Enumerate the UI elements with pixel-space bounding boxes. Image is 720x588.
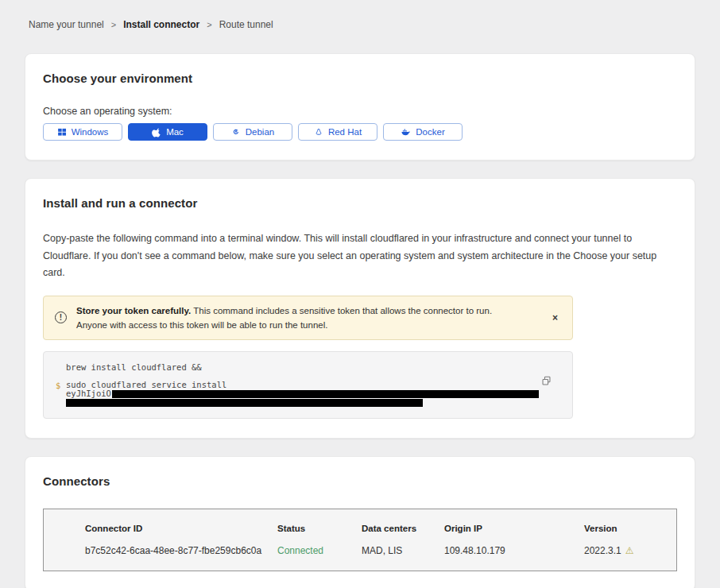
column-header-data-centers: Data centers bbox=[362, 524, 444, 533]
install-connector-card: Install and run a connector Copy-paste t… bbox=[25, 178, 695, 439]
version-number: 2022.3.1 bbox=[584, 545, 621, 556]
connectors-table: Connector ID Status Data centers Origin … bbox=[43, 509, 677, 571]
code-line-install: sudo cloudflared service install bbox=[66, 381, 539, 389]
redacted-token-bar bbox=[66, 399, 423, 407]
token-prefix: eyJhIjoiO bbox=[66, 389, 111, 398]
page-content: Choose your environment Choose an operat… bbox=[25, 53, 695, 588]
install-card-title: Install and run a connector bbox=[43, 196, 677, 210]
version-value: 2022.3.1 ⚠ bbox=[584, 545, 668, 556]
install-description: Copy-paste the following command into a … bbox=[43, 230, 677, 282]
os-button-label: Windows bbox=[72, 127, 109, 137]
code-line-brew: brew install cloudflared && bbox=[56, 362, 559, 372]
shell-prompt: $ bbox=[56, 381, 66, 407]
os-button-label: Docker bbox=[416, 127, 444, 137]
connectors-card: Connectors Connector ID Status Data cent… bbox=[25, 456, 695, 588]
connectors-card-title: Connectors bbox=[43, 474, 677, 488]
breadcrumb-name-your-tunnel[interactable]: Name your tunnel bbox=[29, 19, 104, 30]
connector-id-value: b7c52c42-6caa-48ee-8c77-fbe259cb6c0a bbox=[85, 545, 277, 556]
status-badge: Connected bbox=[277, 545, 362, 556]
column-header-origin-ip: Origin IP bbox=[444, 524, 584, 533]
windows-logo-icon bbox=[57, 127, 67, 137]
os-button-debian[interactable]: Debian bbox=[213, 123, 292, 141]
apple-logo-icon bbox=[152, 127, 161, 137]
redacted-token-bar bbox=[112, 390, 539, 398]
os-button-windows[interactable]: Windows bbox=[43, 123, 122, 141]
column-header-connector-id: Connector ID bbox=[85, 524, 277, 533]
breadcrumb-separator: > bbox=[207, 20, 211, 29]
warning-title: Store your token carefully. bbox=[76, 306, 191, 315]
os-button-redhat[interactable]: Red Hat bbox=[298, 123, 377, 141]
breadcrumb-route-tunnel[interactable]: Route tunnel bbox=[219, 19, 273, 30]
breadcrumb-separator: > bbox=[111, 20, 116, 29]
os-button-label: Mac bbox=[166, 127, 184, 137]
os-button-mac[interactable]: Mac bbox=[128, 123, 207, 141]
install-command-codeblock: brew install cloudflared && $ sudo cloud… bbox=[43, 351, 573, 419]
breadcrumb-install-connector[interactable]: Install connector bbox=[123, 19, 199, 30]
choose-environment-card: Choose your environment Choose an operat… bbox=[25, 53, 695, 161]
warning-text: Store your token carefully. This command… bbox=[76, 304, 521, 333]
os-select-label: Choose an operating system: bbox=[43, 106, 677, 117]
debian-logo-icon bbox=[231, 127, 241, 137]
code-line-token: eyJhIjoiO bbox=[66, 389, 539, 398]
code-line-token-continued bbox=[66, 398, 539, 407]
code-command-group: $ sudo cloudflared service install eyJhI… bbox=[56, 381, 559, 407]
close-icon[interactable]: × bbox=[549, 311, 561, 325]
alert-circle-icon: ! bbox=[55, 311, 67, 323]
breadcrumb: Name your tunnel > Install connector > R… bbox=[0, 0, 720, 30]
version-warning-icon[interactable]: ⚠ bbox=[625, 545, 634, 556]
column-header-status: Status bbox=[277, 524, 362, 533]
data-centers-value: MAD, LIS bbox=[362, 545, 444, 556]
os-button-docker[interactable]: Docker bbox=[383, 123, 463, 141]
os-button-label: Debian bbox=[246, 127, 274, 137]
environment-card-title: Choose your environment bbox=[43, 72, 677, 85]
os-button-row: Windows Mac Debian bbox=[43, 123, 677, 141]
token-warning-banner: ! Store your token carefully. This comma… bbox=[43, 296, 573, 341]
origin-ip-value: 109.48.10.179 bbox=[444, 545, 584, 556]
os-button-label: Red Hat bbox=[328, 127, 362, 137]
docker-whale-icon bbox=[401, 127, 411, 137]
redhat-logo-icon bbox=[314, 127, 323, 137]
column-header-version: Version bbox=[584, 524, 668, 533]
copy-icon[interactable] bbox=[541, 376, 552, 389]
